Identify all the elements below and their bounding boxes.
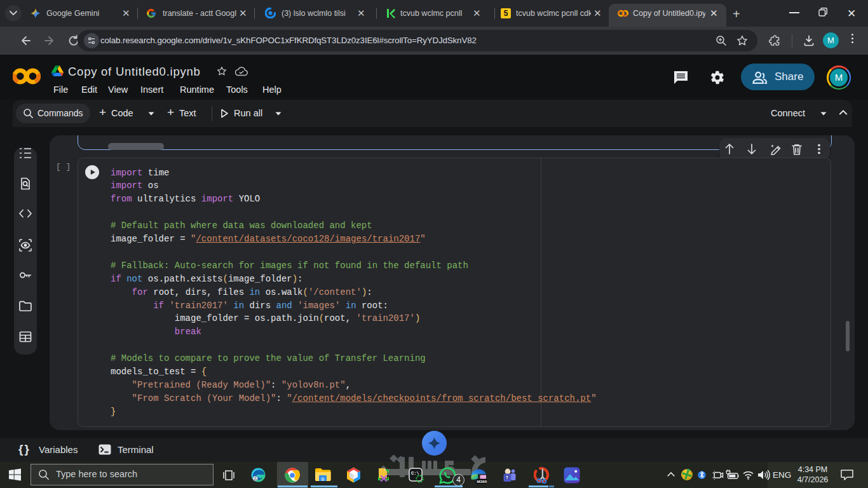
svg-text:C:\: C:\ bbox=[411, 471, 419, 476]
svg-text:T: T bbox=[506, 475, 508, 480]
svg-text:M365: M365 bbox=[477, 479, 487, 484]
